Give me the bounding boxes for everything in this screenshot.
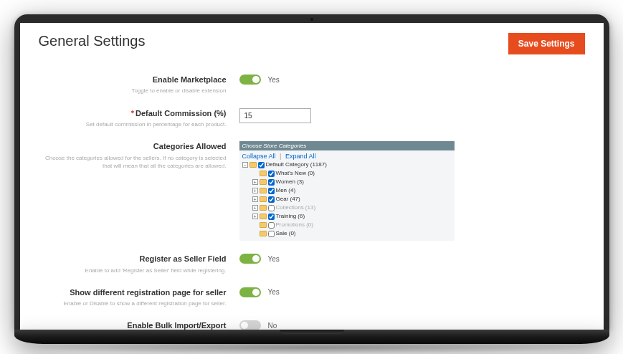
category-tree-node[interactable]: Sale (0) — [242, 229, 452, 238]
category-checkbox[interactable] — [268, 171, 275, 177]
expand-all-link[interactable]: Expand All — [285, 153, 316, 160]
category-node-label: Training (6) — [276, 212, 305, 221]
category-tree-node[interactable]: +Gear (47) — [242, 195, 452, 203]
expand-icon[interactable]: + — [252, 188, 258, 193]
diff-reg-value: Yes — [268, 288, 280, 296]
folder-icon — [260, 196, 267, 202]
diff-reg-toggle[interactable]: Yes — [239, 287, 280, 297]
folder-icon — [260, 188, 267, 193]
category-node-label: What's New (0) — [276, 169, 315, 178]
categories-allowed-help: Choose the categories allowed for the se… — [39, 154, 227, 170]
category-tree-node[interactable]: +Women (3) — [242, 178, 452, 186]
diff-reg-label: Show different registration page for sel… — [39, 287, 227, 298]
category-node-label: Gear (47) — [276, 195, 300, 203]
category-checkbox[interactable] — [268, 196, 275, 203]
expand-icon[interactable]: + — [252, 205, 258, 211]
bulk-import-value: No — [268, 322, 277, 330]
category-tree-node[interactable]: What's New (0) — [242, 169, 452, 178]
collapse-icon[interactable]: − — [242, 162, 248, 168]
folder-icon — [260, 205, 267, 211]
category-tree-node[interactable]: −Default Category (1187) — [242, 161, 452, 169]
enable-marketplace-toggle[interactable]: Yes — [239, 75, 280, 85]
register-seller-help: Enable to add 'Register as Seller' field… — [39, 267, 227, 274]
folder-icon — [260, 231, 267, 236]
folder-icon — [260, 179, 267, 185]
bulk-import-toggle[interactable]: No — [239, 320, 277, 330]
category-node-label: Collections (13) — [276, 203, 316, 212]
settings-page: General Settings Save Settings Enable Ma… — [20, 23, 604, 330]
category-tree-panel: Choose Store Categories Collapse All | E… — [239, 141, 455, 241]
register-seller-label: Register as Seller Field — [39, 254, 227, 264]
default-commission-help: Set default commission in percentage for… — [39, 120, 227, 128]
folder-icon — [260, 222, 267, 228]
diff-reg-help: Enable or Disable to show a different re… — [39, 300, 227, 307]
category-checkbox[interactable] — [268, 179, 275, 186]
category-checkbox[interactable] — [268, 222, 275, 229]
category-checkbox[interactable] — [268, 205, 275, 211]
category-tree: −Default Category (1187)What's New (0)+W… — [242, 161, 452, 238]
category-node-label: Default Category (1187) — [266, 161, 327, 169]
enable-marketplace-value: Yes — [268, 76, 280, 84]
collapse-all-link[interactable]: Collapse All — [242, 153, 276, 160]
register-seller-toggle[interactable]: Yes — [239, 254, 280, 264]
folder-icon — [260, 214, 267, 219]
category-tree-actions: Collapse All | Expand All — [242, 152, 452, 161]
folder-icon — [249, 162, 257, 168]
default-commission-input[interactable] — [239, 108, 311, 123]
category-tree-node[interactable]: +Men (4) — [242, 186, 452, 195]
category-tree-node[interactable]: +Collections (13) — [242, 203, 452, 212]
category-node-label: Women (3) — [276, 178, 304, 186]
categories-allowed-label: Categories Allowed — [39, 141, 227, 152]
category-node-label: Promotions (0) — [276, 221, 313, 229]
category-checkbox[interactable] — [268, 214, 275, 220]
category-checkbox[interactable] — [268, 231, 275, 237]
expand-icon[interactable]: + — [252, 179, 258, 185]
bulk-import-label: Enable Bulk Import/Export — [39, 320, 227, 330]
save-settings-button[interactable]: Save Settings — [508, 33, 585, 54]
expand-icon[interactable]: + — [252, 196, 258, 202]
enable-marketplace-label: Enable Marketplace — [39, 75, 227, 85]
category-node-label: Sale (0) — [276, 229, 296, 238]
register-seller-value: Yes — [268, 255, 280, 263]
category-tree-node[interactable]: +Training (6) — [242, 212, 452, 221]
category-checkbox[interactable] — [258, 162, 265, 168]
page-title: General Settings — [39, 33, 146, 49]
laptop-camera — [310, 18, 313, 21]
default-commission-label: *Default Commission (%) — [39, 108, 227, 119]
category-checkbox[interactable] — [268, 188, 275, 194]
enable-marketplace-help: Toggle to enable or disable extension — [39, 87, 227, 95]
category-node-label: Men (4) — [276, 186, 296, 195]
category-tree-node[interactable]: Promotions (0) — [242, 221, 452, 229]
category-tree-header: Choose Store Categories — [239, 141, 455, 150]
expand-icon[interactable]: + — [252, 214, 258, 219]
folder-icon — [260, 171, 267, 176]
